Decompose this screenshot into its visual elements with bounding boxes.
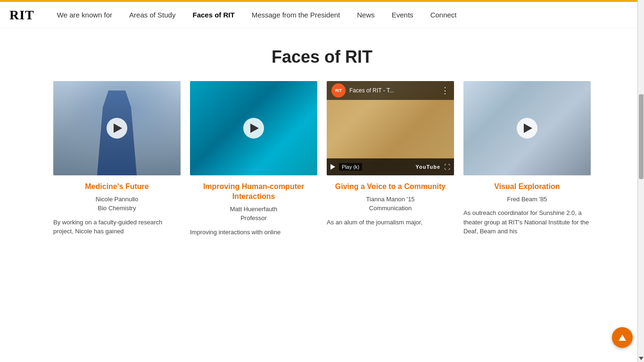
- card-2-title: Improving Human-computer Interactions: [190, 182, 317, 202]
- nav-events[interactable]: Events: [383, 2, 422, 28]
- card-2-person-name: Matt Huenerfauth: [190, 205, 317, 214]
- header: RIT We are known for Areas of Study Face…: [0, 2, 644, 28]
- nav-message-president[interactable]: Message from the President: [243, 2, 349, 28]
- card-community: RIT Faces of RIT - T... ⋮ Play (k) YouTu…: [327, 81, 454, 237]
- card-2-thumbnail[interactable]: [190, 81, 317, 175]
- page-title: Faces of RIT: [0, 47, 644, 67]
- card-4-thumbnail[interactable]: [463, 81, 591, 175]
- card-4-title: Visual Exploration: [463, 182, 591, 192]
- card-3-thumbnail[interactable]: RIT Faces of RIT - T... ⋮ Play (k) YouTu…: [327, 81, 454, 175]
- play-icon-1: [114, 123, 122, 133]
- card-1-thumbnail[interactable]: [53, 81, 181, 175]
- nav-connect[interactable]: Connect: [422, 2, 465, 28]
- nav-faces-of-rit[interactable]: Faces of RIT: [184, 2, 243, 28]
- nav-news[interactable]: News: [348, 2, 383, 28]
- yt-channel-abbr: RIT: [335, 88, 342, 93]
- yt-fullscreen-icon[interactable]: ⛶: [444, 164, 450, 171]
- nav-areas-of-study[interactable]: Areas of Study: [121, 2, 184, 28]
- main-nav: We are known for Areas of Study Faces of…: [49, 2, 465, 28]
- yt-channel-logo: RIT: [331, 83, 346, 98]
- youtube-bottom-bar: Play (k) YouTube ⛶: [327, 158, 454, 175]
- yt-more-options[interactable]: ⋮: [441, 85, 449, 96]
- yt-video-title: Faces of RIT - T...: [349, 87, 437, 94]
- logo-text: RIT: [9, 8, 34, 23]
- yt-play-icon[interactable]: [330, 164, 335, 170]
- play-button-4[interactable]: [517, 118, 537, 139]
- card-1-person-name: Nicole Pannullo: [53, 195, 181, 204]
- youtube-top-bar: RIT Faces of RIT - T... ⋮: [327, 81, 454, 100]
- card-hci: Improving Human-computer Interactions Ma…: [190, 81, 317, 237]
- logo[interactable]: RIT: [9, 8, 34, 23]
- card-3-person-role: Communication: [327, 204, 454, 213]
- yt-play-label[interactable]: Play (k): [339, 163, 362, 171]
- yt-logo-text: YouTube: [416, 164, 440, 170]
- scrollbar[interactable]: [637, 0, 644, 255]
- card-1-person-role: Bio Chemistry: [53, 204, 181, 213]
- card-1-title: Medicine's Future: [53, 182, 181, 192]
- card-1-description: By working on a faculty-guided research …: [53, 218, 181, 236]
- card-3-description: As an alum of the journalism major,: [327, 218, 454, 227]
- card-3-person-name: Tianna Manon '15: [327, 195, 454, 204]
- card-medicines-future: Medicine's Future Nicole Pannullo Bio Ch…: [53, 81, 181, 237]
- card-2-person-role: Professor: [190, 214, 317, 223]
- card-3-title: Giving a Voice to a Community: [327, 182, 454, 192]
- cards-container: Medicine's Future Nicole Pannullo Bio Ch…: [6, 81, 638, 255]
- card-4-person-name: Fred Beam '85: [463, 195, 591, 204]
- nav-known-for[interactable]: We are known for: [49, 2, 121, 28]
- play-button-2[interactable]: [243, 118, 264, 139]
- play-icon-4: [524, 123, 532, 133]
- scrollbar-thumb[interactable]: [639, 94, 644, 179]
- card-4-description: As outreach coordinator for Sunshine 2.0…: [463, 208, 591, 236]
- card-2-description: Improving interactions with online: [190, 228, 317, 237]
- card-visual-exploration: Visual Exploration Fred Beam '85 As outr…: [463, 81, 591, 237]
- play-button-1[interactable]: [107, 118, 127, 139]
- play-icon-2: [250, 123, 259, 133]
